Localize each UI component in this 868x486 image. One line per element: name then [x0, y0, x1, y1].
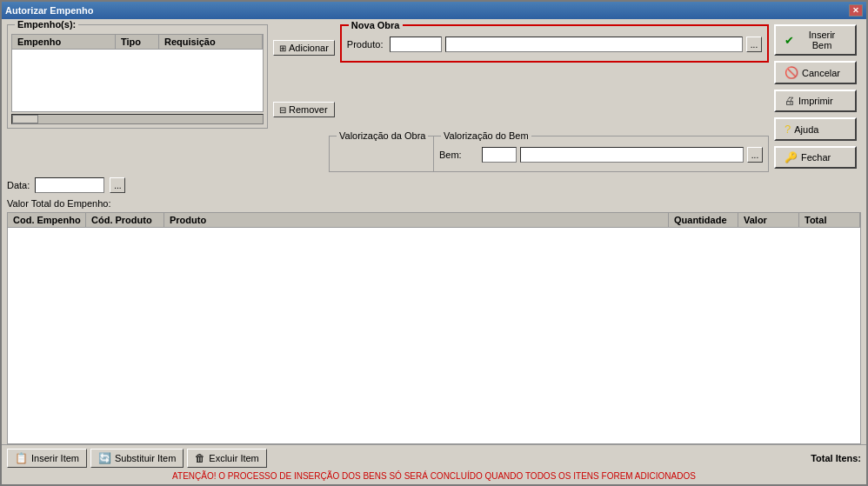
- excluir-item-icon: 🗑: [195, 452, 205, 464]
- valor-total-row: Valor Total do Empenho:: [7, 198, 769, 209]
- header-valor: Valor: [738, 213, 799, 227]
- data-row: Data: ...: [7, 176, 769, 195]
- produto-row: Produto: ...: [347, 37, 762, 52]
- print-icon: 🖨: [785, 95, 795, 107]
- empenho-group-label: Empenho(s):: [15, 19, 78, 30]
- main-table-section: Cod. Empenho Cód. Produto Produto Quanti…: [7, 212, 861, 444]
- inserir-item-icon: 📋: [15, 452, 28, 464]
- empenho-table-body[interactable]: [11, 50, 264, 112]
- header-cod-produto: Cód. Produto: [86, 213, 164, 227]
- warning-message: ATENÇÃO! O PROCESSO DE INSERÇÃO DOS BENS…: [172, 471, 696, 481]
- produto-label: Produto:: [347, 39, 386, 50]
- produto-input1[interactable]: [390, 37, 442, 52]
- valorizacao-obra-group: Valorização da Obra: [329, 136, 433, 172]
- title-bar: Autorizar Empenho ✕: [2, 2, 866, 19]
- empenho-col-empenho: Empenho: [12, 35, 116, 49]
- empenho-buttons: ⊞ Adicionar ⊟ Remover: [273, 24, 335, 117]
- title-bar-buttons: ✕: [849, 4, 863, 17]
- empenho-scrollbar: [11, 114, 264, 124]
- right-buttons-panel: ✔ Inserir Bem 🚫 Cancelar 🖨 Imprimir ? Aj…: [774, 24, 861, 209]
- cancel-icon: 🚫: [785, 66, 798, 79]
- content-area: Empenho(s): Empenho Tipo Requisição: [2, 19, 866, 444]
- empenho-group: Empenho(s): Empenho Tipo Requisição: [7, 24, 268, 129]
- bottom-top-row: 📋 Inserir Item 🔄 Substituir Item 🗑 Exclu…: [7, 449, 861, 468]
- help-icon: ?: [785, 123, 791, 136]
- main-table[interactable]: Cod. Empenho Cód. Produto Produto Quanti…: [7, 212, 861, 444]
- header-total: Total: [799, 213, 860, 227]
- header-cod-empenho: Cod. Empenho: [8, 213, 86, 227]
- empenho-scroll-track[interactable]: [11, 114, 264, 124]
- top-row: Empenho(s): Empenho Tipo Requisição: [7, 24, 861, 209]
- nova-obra-title: Nova Obra: [349, 20, 403, 30]
- valorizacao-bem-title: Valorização do Bem: [441, 130, 531, 141]
- window-title: Autorizar Empenho: [5, 5, 93, 16]
- cancelar-button[interactable]: 🚫 Cancelar: [774, 61, 857, 84]
- date-input[interactable]: [35, 177, 104, 193]
- bottom-action-buttons: 📋 Inserir Item 🔄 Substituir Item 🗑 Exclu…: [7, 449, 267, 468]
- empenho-col-requisicao: Requisição: [159, 35, 263, 49]
- bem-row: Bem: ...: [439, 147, 763, 163]
- date-browse-button[interactable]: ...: [110, 177, 125, 193]
- produto-browse-button[interactable]: ...: [746, 37, 762, 52]
- bem-input2[interactable]: [520, 147, 744, 163]
- nova-obra-group: Nova Obra Produto: ...: [340, 24, 769, 63]
- valorizacao-row: Valorização da Obra Valorização do Bem B…: [7, 136, 769, 172]
- adicionar-button[interactable]: ⊞ Adicionar: [273, 40, 335, 56]
- produto-input2[interactable]: [445, 37, 743, 52]
- data-label: Data:: [7, 180, 30, 190]
- total-itens-label: Total Itens:: [811, 453, 861, 463]
- add-icon: ⊞: [279, 43, 286, 53]
- header-quantidade: Quantidade: [669, 213, 738, 227]
- bottom-content: 📋 Inserir Item 🔄 Substituir Item 🗑 Exclu…: [7, 449, 861, 481]
- empenho-table-header: Empenho Tipo Requisição: [11, 34, 264, 50]
- inserir-item-button[interactable]: 📋 Inserir Item: [7, 449, 87, 468]
- imprimir-button[interactable]: 🖨 Imprimir: [774, 90, 857, 112]
- substituir-item-icon: 🔄: [98, 452, 111, 464]
- main-window: Autorizar Empenho ✕ Empenho(s): Empenho: [0, 0, 868, 486]
- valorizacao-bem-group: Valorização do Bem Bem: ...: [433, 136, 769, 172]
- remover-button[interactable]: ⊟ Remover: [273, 102, 335, 117]
- empenho-col-tipo: Tipo: [116, 35, 159, 49]
- substituir-item-button[interactable]: 🔄 Substituir Item: [90, 449, 184, 468]
- remove-icon: ⊟: [279, 105, 286, 115]
- excluir-item-button[interactable]: 🗑 Excluir Item: [187, 449, 266, 468]
- exit-icon: 🔑: [785, 151, 798, 163]
- header-produto: Produto: [164, 213, 669, 227]
- fechar-button[interactable]: 🔑 Fechar: [774, 146, 857, 169]
- close-window-button[interactable]: ✕: [849, 4, 863, 17]
- ajuda-button[interactable]: ? Ajuda: [774, 117, 857, 141]
- bottom-bar: 📋 Inserir Item 🔄 Substituir Item 🗑 Exclu…: [2, 444, 866, 484]
- table-body[interactable]: [8, 228, 860, 402]
- bem-browse-button[interactable]: ...: [747, 147, 763, 163]
- check-icon: ✔: [785, 34, 794, 47]
- empenho-scroll-thumb[interactable]: [12, 115, 38, 123]
- valorizacao-obra-title: Valorização da Obra: [337, 130, 428, 141]
- bem-input1[interactable]: [482, 147, 517, 163]
- valor-total-label: Valor Total do Empenho:: [7, 198, 110, 209]
- inserir-bem-button[interactable]: ✔ Inserir Bem: [774, 24, 857, 56]
- warning-row: ATENÇÃO! O PROCESSO DE INSERÇÃO DOS BENS…: [7, 470, 861, 481]
- bem-label: Bem:: [439, 150, 478, 160]
- main-table-header: Cod. Empenho Cód. Produto Produto Quanti…: [8, 213, 860, 228]
